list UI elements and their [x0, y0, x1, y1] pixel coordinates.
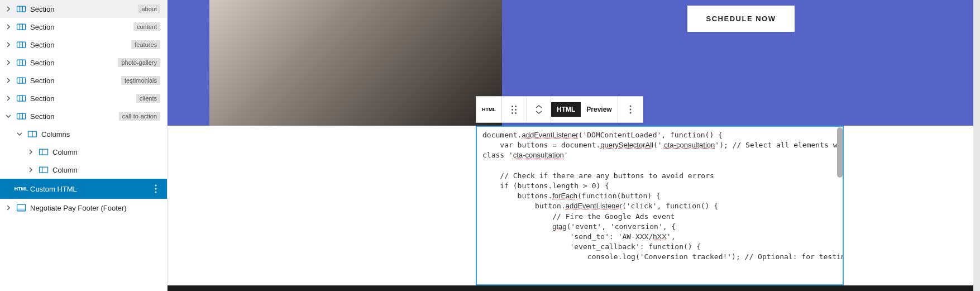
columns-icon: [27, 128, 38, 140]
item-label: Columns: [41, 130, 162, 139]
block-navigation-sidebar[interactable]: SectionaboutSectioncontentSectionfeature…: [0, 0, 168, 291]
svg-point-29: [155, 192, 157, 193]
tree-item-section[interactable]: Sectionfeatures: [0, 36, 167, 54]
canvas-right-gutter: [973, 0, 980, 291]
editor-canvas: SCHEDULE NOW HTML HTML Preview document.…: [168, 0, 980, 291]
svg-rect-12: [17, 78, 26, 83]
section-icon: [16, 21, 27, 32]
item-label: Column: [52, 148, 162, 156]
html-preview-tabs: HTML Preview: [551, 97, 618, 122]
block-type-indicator[interactable]: HTML: [476, 97, 502, 122]
chevron-down-icon[interactable]: [4, 112, 12, 120]
item-label: Section: [30, 5, 135, 13]
tree-item-column[interactable]: Column: [0, 143, 167, 161]
column-icon: [38, 164, 49, 175]
tab-html[interactable]: HTML: [551, 102, 581, 117]
drag-handle[interactable]: [502, 97, 527, 122]
chevron-right-icon[interactable]: [4, 94, 12, 102]
tree-item-section[interactable]: Sectionabout: [0, 0, 167, 18]
footer-dark-strip: [168, 285, 980, 291]
svg-rect-23: [40, 149, 48, 155]
svg-rect-15: [17, 96, 26, 101]
svg-rect-25: [40, 167, 48, 173]
svg-point-33: [629, 109, 631, 111]
svg-point-28: [155, 188, 157, 190]
section-icon: [16, 57, 27, 68]
hero-image-placeholder: [209, 0, 502, 126]
svg-rect-0: [17, 6, 26, 12]
more-vertical-icon: [629, 105, 632, 114]
item-label: Section: [30, 94, 133, 103]
svg-rect-9: [17, 60, 26, 65]
svg-rect-6: [17, 42, 26, 47]
chevron-right-icon[interactable]: [4, 204, 12, 212]
tree-item-custom-html[interactable]: HTMLCustom HTML: [0, 179, 167, 199]
svg-rect-3: [17, 24, 26, 30]
section-icon: [16, 39, 27, 50]
chevron-right-icon[interactable]: [4, 5, 12, 13]
chevron-right-icon[interactable]: [4, 59, 12, 66]
item-options-button[interactable]: [149, 182, 162, 195]
svg-rect-18: [17, 113, 26, 119]
block-options-button[interactable]: [618, 97, 643, 122]
item-tag: features: [131, 40, 160, 49]
chevron-down-icon[interactable]: [16, 130, 23, 138]
item-tag: content: [133, 22, 160, 31]
tree-item-negotiate-pay-footer-footer-[interactable]: Negotiate Pay Footer (Footer): [0, 199, 167, 217]
schedule-now-button[interactable]: SCHEDULE NOW: [687, 6, 795, 32]
item-tag: call-to-action: [119, 112, 160, 121]
item-label: Negotiate Pay Footer (Footer): [30, 204, 162, 212]
tab-preview[interactable]: Preview: [581, 102, 617, 117]
item-tag: testimonials: [121, 76, 160, 85]
custom-html-code-editor[interactable]: document.addEventListener('DOMContentLoa…: [476, 126, 844, 285]
chevron-right-icon[interactable]: [4, 23, 12, 31]
item-label: Section: [30, 59, 114, 67]
html-icon: HTML: [16, 183, 27, 194]
chevron-right-icon[interactable]: [4, 41, 12, 49]
item-label: Section: [30, 77, 118, 85]
svg-point-27: [155, 185, 157, 187]
chevron-none-icon: [4, 185, 12, 193]
chevron-right-icon[interactable]: [4, 77, 12, 84]
item-label: Section: [30, 23, 130, 31]
item-label: Section: [30, 112, 116, 121]
svg-point-34: [629, 112, 631, 114]
tree-item-section[interactable]: Sectiontestimonials: [0, 71, 167, 89]
tree-item-columns[interactable]: Columns: [0, 125, 167, 143]
section-icon: [16, 75, 27, 86]
item-tag: about: [138, 4, 160, 13]
item-label: Section: [30, 41, 128, 49]
tree-item-section[interactable]: Sectionphoto-gallery: [0, 54, 167, 71]
svg-rect-31: [17, 209, 26, 211]
column-icon: [38, 146, 49, 158]
chevron-right-icon[interactable]: [27, 166, 35, 174]
item-label: Column: [52, 166, 162, 174]
block-toolbar[interactable]: HTML HTML Preview: [476, 96, 643, 123]
move-arrows[interactable]: [527, 97, 551, 122]
tree-item-section[interactable]: Sectioncontent: [0, 18, 167, 36]
chevron-down-icon: [536, 110, 542, 115]
chevron-right-icon[interactable]: [27, 148, 35, 156]
section-icon: [16, 3, 27, 15]
section-icon: [16, 111, 27, 122]
tree-item-section[interactable]: Sectioncall-to-action: [0, 107, 167, 125]
tree-item-column[interactable]: Column: [0, 161, 167, 179]
chevron-up-icon: [536, 104, 542, 109]
tree-item-section[interactable]: Sectionclients: [0, 89, 167, 107]
footer-icon: [16, 202, 27, 213]
item-tag: photo-gallery: [118, 58, 160, 67]
section-icon: [16, 93, 27, 104]
item-tag: clients: [136, 94, 160, 103]
code-scrollbar[interactable]: [837, 127, 843, 178]
svg-point-32: [629, 106, 631, 107]
item-label: Custom HTML: [30, 185, 146, 193]
